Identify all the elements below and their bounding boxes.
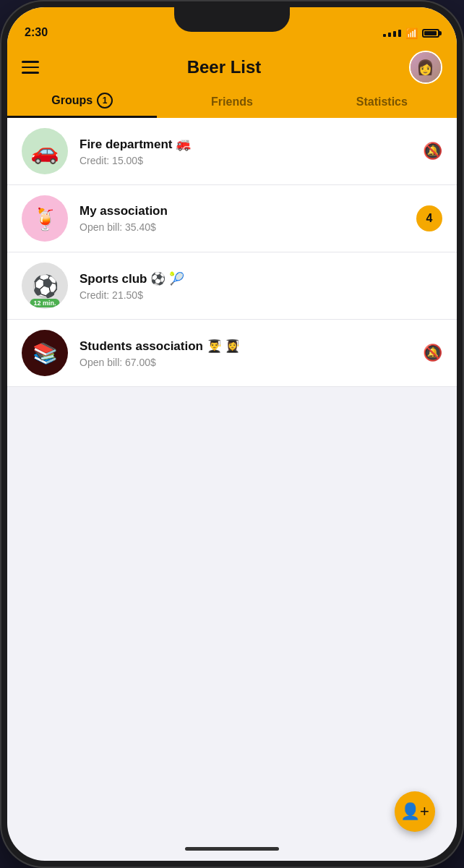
notch [174, 7, 290, 32]
app-header: Beer List 👩 [7, 43, 457, 84]
phone-frame: 2:30 📶 Beer List 👩 [0, 0, 464, 868]
tab-friends[interactable]: Friends [157, 93, 306, 118]
person-add-icon: 👤+ [400, 802, 429, 821]
tab-bar: Groups 1 Friends Statistics [7, 84, 457, 118]
tab-friends-label: Friends [211, 95, 253, 109]
group-sub-sports: Credit: 21.50$ [80, 289, 431, 301]
group-name-association: My association [80, 204, 405, 218]
bell-muted-icon: 🔕 [423, 344, 442, 362]
menu-button[interactable] [22, 61, 39, 74]
group-name-students: Students association 👨‍🎓 👩‍🎓 [80, 339, 411, 354]
time-badge-sports: 12 min. [30, 299, 59, 307]
add-group-button[interactable]: 👤+ [395, 791, 435, 832]
list-item[interactable]: 🚗 Fire department 🚒 Credit: 15.00$ 🔕 [7, 118, 457, 185]
group-info-sports: Sports club ⚽ 🎾 Credit: 21.50$ [80, 271, 431, 301]
signal-icon [383, 30, 401, 37]
group-avatar-students: 📚 [22, 330, 68, 376]
group-name-fire: Fire department 🚒 [80, 137, 411, 152]
list-item[interactable]: 📚 Students association 👨‍🎓 👩‍🎓 Open bill… [7, 320, 457, 387]
tab-groups[interactable]: Groups 1 [7, 93, 157, 118]
group-info-students: Students association 👨‍🎓 👩‍🎓 Open bill: … [80, 339, 411, 368]
screen: 2:30 📶 Beer List 👩 [7, 7, 457, 861]
user-avatar[interactable]: 👩 [409, 51, 442, 84]
page-title: Beer List [187, 57, 262, 77]
group-name-sports: Sports club ⚽ 🎾 [80, 271, 431, 286]
list-item[interactable]: ⚽ 12 min. Sports club ⚽ 🎾 Credit: 21.50$ [7, 252, 457, 320]
tab-groups-label: Groups [51, 94, 93, 107]
notification-badge: 4 [416, 205, 442, 231]
tab-statistics[interactable]: Statistics [307, 93, 457, 118]
status-icons: 📶 [383, 27, 439, 39]
home-indicator [185, 847, 279, 851]
tab-groups-badge: 1 [97, 93, 113, 109]
group-avatar-sports: ⚽ 12 min. [22, 263, 68, 309]
group-action-fire: 🔕 [423, 142, 442, 161]
group-info-fire: Fire department 🚒 Credit: 15.00$ [80, 137, 411, 166]
list-item[interactable]: 🍹 My association Open bill: 35.40$ 4 [7, 185, 457, 252]
group-avatar-association: 🍹 [22, 195, 68, 242]
group-action-students: 🔕 [423, 344, 442, 362]
group-sub-fire: Credit: 15.00$ [80, 155, 411, 166]
group-info-association: My association Open bill: 35.40$ [80, 204, 405, 233]
group-sub-association: Open bill: 35.40$ [80, 221, 405, 233]
status-time: 2:30 [25, 26, 48, 39]
group-avatar-fire: 🚗 [22, 128, 68, 174]
bell-muted-icon: 🔕 [423, 142, 442, 160]
tab-statistics-label: Statistics [356, 95, 408, 109]
group-sub-students: Open bill: 67.00$ [80, 357, 411, 368]
group-action-association: 4 [416, 205, 442, 231]
wifi-icon: 📶 [405, 27, 418, 39]
battery-icon [422, 29, 439, 38]
groups-list: 🚗 Fire department 🚒 Credit: 15.00$ 🔕 🍹 M… [7, 118, 457, 387]
